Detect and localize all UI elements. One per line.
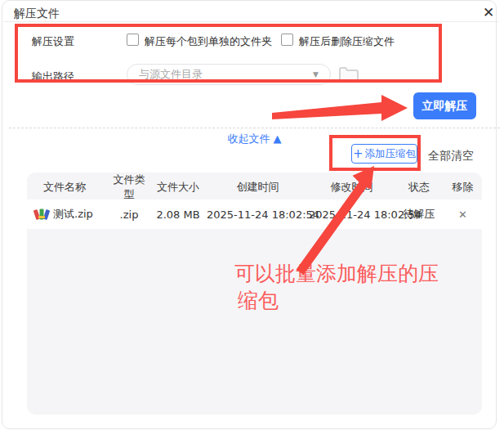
file-name: 测试.zip <box>53 207 93 222</box>
file-name-cell: 测试.zip <box>27 207 109 222</box>
clear-all-button[interactable]: 全部清空 <box>428 149 474 164</box>
file-status-cell: 待解压 <box>395 207 444 222</box>
col-header-status: 状态 <box>395 180 444 195</box>
file-size-cell: 2.08 MB <box>149 209 207 221</box>
title-divider <box>4 21 499 22</box>
close-icon[interactable]: ✕ <box>479 2 498 22</box>
file-created-cell: 2025-11-24 18:02:54 <box>207 209 309 221</box>
col-header-type: 文件类型 <box>109 173 149 202</box>
collapse-files-label: 收起文件 <box>227 132 270 145</box>
zip-file-icon <box>33 207 50 222</box>
collapse-files-link[interactable]: 收起文件 ▲ <box>2 132 504 146</box>
annotation-box-settings <box>15 24 442 83</box>
table-row: 测试.zip .zip 2.08 MB 2025-11-24 18:02:54 … <box>27 200 482 229</box>
extract-now-button[interactable]: 立即解压 <box>413 92 476 119</box>
chevron-up-icon: ▲ <box>274 132 282 145</box>
file-modified-cell: 2025-11-24 18:02:54 <box>309 209 395 221</box>
file-type-cell: .zip <box>109 209 149 221</box>
col-header-remove: 移除 <box>444 180 482 195</box>
col-header-modified: 修改时间 <box>309 180 395 195</box>
col-header-name: 文件名称 <box>27 180 109 195</box>
annotation-note-line1: 可以批量添加解压的压 <box>234 260 439 287</box>
col-header-size: 文件大小 <box>149 180 207 195</box>
annotation-note-line2: 缩包 <box>234 287 439 314</box>
table-header-row: 文件名称 文件类型 文件大小 创建时间 修改时间 状态 移除 <box>27 173 482 200</box>
annotation-box-add-button <box>329 135 421 171</box>
remove-file-icon[interactable]: ✕ <box>444 209 482 221</box>
dashed-divider <box>9 128 500 128</box>
col-header-created: 创建时间 <box>207 180 309 195</box>
annotation-note: 可以批量添加解压的压 缩包 <box>234 260 439 314</box>
dialog-title: 解压文件 <box>14 7 60 21</box>
